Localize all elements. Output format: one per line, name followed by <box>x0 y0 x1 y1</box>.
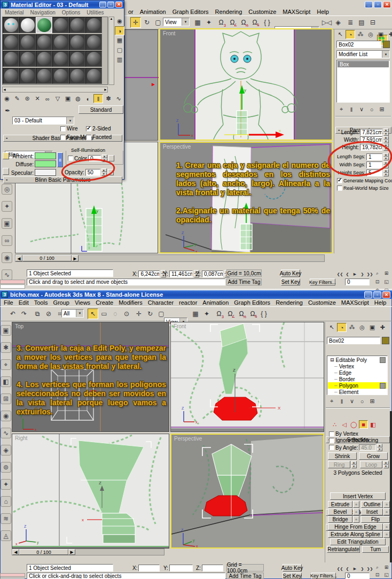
material-tool-icon[interactable]: ◉ <box>2 94 12 103</box>
object-color-swatch[interactable] <box>383 41 390 48</box>
add-time-tag[interactable]: Add Time Tag <box>226 573 264 579</box>
ignore-backfacing-checkbox[interactable] <box>329 438 334 443</box>
toolbar-icon[interactable]: ◌ <box>110 308 121 319</box>
flip-button[interactable]: Flip <box>361 516 390 523</box>
menu-item[interactable]: Material <box>2 9 27 16</box>
modifier-list-dropdown[interactable]: Modifier List <box>336 50 390 58</box>
menu-item[interactable]: Group <box>50 299 72 306</box>
grow-button[interactable]: Grow <box>359 452 388 460</box>
reactor-toolbar-icon[interactable]: ⌂ <box>1 496 11 507</box>
window-titlebar[interactable]: 3 bicho.max - Autodesk 3ds Max 8 - Stand… <box>0 290 392 299</box>
by-angle-checkbox[interactable] <box>329 445 334 450</box>
wire-checkbox[interactable] <box>60 126 66 132</box>
window-button-icon[interactable]: _ <box>99 2 106 7</box>
material-sample-slot[interactable] <box>19 17 36 33</box>
material-sample-slot[interactable] <box>36 51 52 67</box>
length-field[interactable]: 7,821cm <box>360 129 382 136</box>
insert-vertex-button[interactable]: Insert Vertex <box>330 492 386 500</box>
viewport-right[interactable]: Right Z x Z x y <box>12 434 169 549</box>
toolbar-icon[interactable]: { } <box>262 17 272 28</box>
modifier-stack-item[interactable]: Vertex <box>328 363 387 369</box>
toolbar-icon[interactable]: ▢ <box>153 17 163 28</box>
panel-scrollbar[interactable] <box>390 411 392 562</box>
self-illum-color-checkbox[interactable] <box>68 156 73 161</box>
menu-item[interactable]: Animation <box>137 8 169 16</box>
command-panel-tab[interactable]: ✚ <box>378 323 387 332</box>
spinner[interactable] <box>383 161 389 168</box>
menu-item[interactable]: Rendering <box>273 299 305 306</box>
listener-white-row[interactable] <box>0 284 25 289</box>
reactor-toolbar-icon[interactable]: ⊞ <box>1 393 11 404</box>
material-sample-slot[interactable] <box>52 51 69 67</box>
menu-item[interactable]: Navigation <box>27 9 59 16</box>
by-vertex-checkbox[interactable] <box>329 431 334 437</box>
inset-button[interactable]: Inset <box>361 508 383 515</box>
snap-icon[interactable]: Ω3 <box>214 308 224 319</box>
material-sample-slot[interactable] <box>36 68 52 84</box>
current-frame-field[interactable]: 0 <box>345 573 370 579</box>
toolbar-icon[interactable]: ↷ <box>19 308 29 319</box>
real-world-checkbox[interactable] <box>337 186 342 191</box>
menu-item[interactable]: reactor <box>176 299 200 306</box>
material-editor-titlebar[interactable]: 3 Material Editor - 03 - Default _▫✕ <box>1 1 124 9</box>
viewport-perspective[interactable]: Perspective Z y x <box>159 142 333 253</box>
height-field[interactable]: 19,782cm <box>360 144 382 151</box>
viewport-nav-icon[interactable]: ⊡ <box>373 277 382 286</box>
viewport-nav-icon[interactable]: ⊞ <box>382 269 391 277</box>
modifier-stack-item[interactable]: Box <box>338 61 389 67</box>
menu-item[interactable]: Rendering <box>212 8 246 16</box>
inset-settings-icon[interactable]: ▫ <box>383 508 390 515</box>
time-slider-thumb[interactable]: 0 / 100 <box>19 549 68 555</box>
material-tool-icon[interactable]: ◍ <box>73 94 83 103</box>
window-button-icon[interactable]: ▫ <box>107 2 114 7</box>
viewport-left-sliver[interactable]: ► <box>124 29 158 141</box>
retriangulate-button[interactable]: Retriangulate <box>327 546 360 553</box>
extrude-settings-icon[interactable]: ▫ <box>353 501 359 508</box>
reactor-toolbar-icon[interactable]: ◎ <box>2 184 12 195</box>
material-name-dropdown[interactable]: 03 - Default <box>12 117 74 125</box>
reactor-toolbar-icon[interactable]: ◬ <box>1 530 11 541</box>
material-type-button[interactable]: Standard <box>79 105 123 114</box>
spinner[interactable] <box>383 143 389 151</box>
reactor-toolbar-icon[interactable]: ≋ <box>1 513 11 524</box>
material-picker-icon[interactable]: ✒ <box>2 105 13 116</box>
modifier-stack-item[interactable]: Edge <box>328 369 387 376</box>
angle-field[interactable]: 45.0 <box>359 444 376 451</box>
set-key-button[interactable]: Set Key <box>283 573 302 579</box>
object-color-swatch[interactable] <box>382 337 389 344</box>
x-field[interactable]: 6,242cm <box>138 271 160 277</box>
material-tool-icon[interactable]: ✎ <box>12 94 22 103</box>
bridge-button[interactable]: Bridge <box>328 516 352 523</box>
material-tool-icon[interactable]: ◐ <box>83 94 93 103</box>
command-panel-tab[interactable]: ↖ <box>327 323 336 332</box>
reactor-toolbar-icon[interactable]: ◉ <box>1 411 11 421</box>
bridge-settings-icon[interactable]: ▫ <box>353 516 359 523</box>
set-key-button[interactable]: Set Key <box>281 279 300 285</box>
material-tool-icon[interactable]: ∿ <box>114 94 123 103</box>
specular-lock-button[interactable] <box>3 168 9 175</box>
toolbar-icon[interactable]: ⊟ <box>367 17 378 28</box>
two-sided-checkbox[interactable] <box>86 126 91 132</box>
viewport-front-2[interactable]: Front Z X Z x <box>170 322 324 432</box>
playback-icon[interactable]: ❮❮ <box>336 269 343 280</box>
menu-item[interactable]: Options <box>59 9 83 16</box>
hinge-settings-icon[interactable]: ▫ <box>383 523 390 530</box>
menu-item[interactable]: Graph Editors <box>231 299 273 306</box>
subobject-icon[interactable]: ◯ <box>349 420 358 429</box>
stack-button-icon[interactable]: ∨ <box>347 397 357 406</box>
viewport-front[interactable]: Front <box>159 28 333 141</box>
opacity-field[interactable]: 50 <box>85 169 100 176</box>
y-field[interactable]: 11,461cm <box>169 271 193 277</box>
menu-item[interactable]: File <box>1 299 16 306</box>
toolbar-icon[interactable]: ▦ <box>190 308 201 319</box>
viewport-nav-icon[interactable]: ⌕ <box>373 563 382 571</box>
menu-item[interactable]: Create <box>93 299 116 306</box>
reactor-toolbar-icon[interactable]: ✱ <box>1 342 11 353</box>
faceted-checkbox[interactable] <box>86 135 91 140</box>
toolbar-icon[interactable]: ↖ <box>88 308 98 319</box>
subobject-icon[interactable]: ◁ <box>340 420 349 429</box>
sample-tool-icon[interactable]: ▦ <box>115 36 124 45</box>
command-panel-tab[interactable]: ◔ <box>337 323 347 332</box>
subobject-icon[interactable]: ◧ <box>369 420 378 429</box>
modifier-stack[interactable]: Box <box>336 60 390 103</box>
